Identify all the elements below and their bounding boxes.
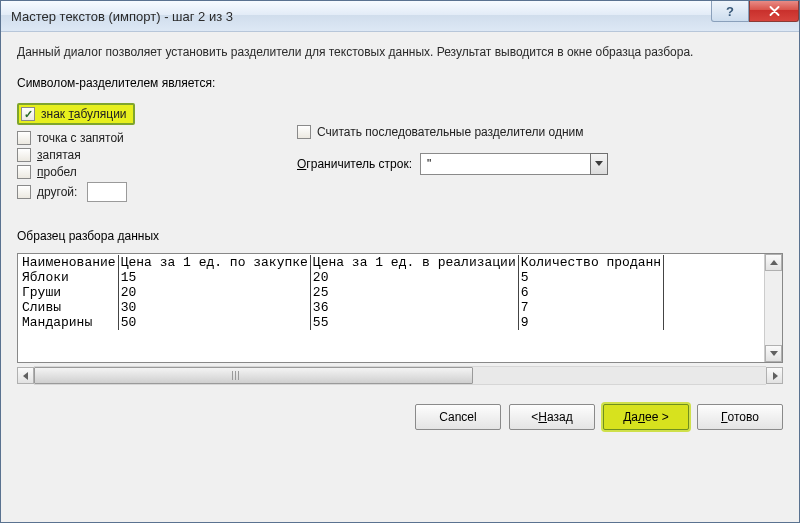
table-cell: 20 [310,270,518,285]
preview-table: Наименование Цена за 1 ед. по закупке Це… [20,255,664,330]
delimiter-options: ✓ знак табуляции ✓ точка с запятой ✓ зап… [17,100,267,205]
table-cell: Сливы [20,300,118,315]
table-cell: Яблоки [20,270,118,285]
chevron-right-icon [772,372,778,380]
table-cell: 15 [118,270,310,285]
scroll-down-button[interactable] [765,345,782,362]
combo-dropdown-button[interactable] [590,153,608,175]
table-cell: 30 [118,300,310,315]
description-text: Данный диалог позволяет установить разде… [17,44,783,60]
delimiter-other-input[interactable] [87,182,127,202]
preview-area: Наименование Цена за 1 ед. по закупке Це… [17,253,783,384]
delimiter-comma-label: запятая [37,148,81,162]
delimiter-comma-checkbox[interactable]: ✓ запятая [17,148,267,162]
table-cell: 25 [310,285,518,300]
client-area: Данный диалог позволяет установить разде… [1,32,799,522]
chevron-down-icon [595,161,603,167]
window-buttons: ? [711,1,799,31]
delimiter-semicolon-checkbox[interactable]: ✓ точка с запятой [17,131,267,145]
preview-section-label: Образец разбора данных [17,229,783,243]
dialog-window: Мастер текстов (импорт) - шаг 2 из 3 ? Д… [0,0,800,523]
table-cell: 5 [518,270,663,285]
checkbox-icon: ✓ [21,107,35,121]
treat-consecutive-label: Считать последовательные разделители одн… [317,125,584,139]
scroll-track[interactable] [34,366,766,385]
scroll-right-button[interactable] [766,367,783,384]
window-title: Мастер текстов (импорт) - шаг 2 из 3 [11,9,711,24]
checkbox-icon: ✓ [17,131,31,145]
help-icon: ? [726,4,734,19]
table-cell: 55 [310,315,518,330]
table-cell: 7 [518,300,663,315]
back-button[interactable]: < Назад [509,404,595,430]
table-row: Груши 20 25 6 [20,285,664,300]
table-header: Цена за 1 ед. по закупке [118,255,310,270]
table-row: Мандарины 50 55 9 [20,315,664,330]
options-row: ✓ знак табуляции ✓ точка с запятой ✓ зап… [17,100,783,205]
table-row: Сливы 30 36 7 [20,300,664,315]
delimiter-tab-checkbox[interactable]: ✓ знак табуляции [17,103,135,125]
next-button[interactable]: Далее > [603,404,689,430]
text-qualifier-row: Ограничитель строк: [297,153,783,175]
delimiter-semicolon-label: точка с запятой [37,131,124,145]
scroll-up-button[interactable] [765,254,782,271]
table-header: Цена за 1 ед. в реализации [310,255,518,270]
preview-content: Наименование Цена за 1 ед. по закупке Це… [20,255,783,330]
delimiter-space-label: пробел [37,165,77,179]
checkbox-icon: ✓ [297,125,311,139]
chevron-down-icon [770,351,778,357]
table-cell: 6 [518,285,663,300]
close-button[interactable] [749,1,799,22]
chevron-left-icon [23,372,29,380]
table-cell: 9 [518,315,663,330]
extra-options: ✓ Считать последовательные разделители о… [297,100,783,205]
preview-grid: Наименование Цена за 1 ед. по закупке Це… [17,253,783,363]
text-qualifier-combo[interactable] [420,153,608,175]
table-row: Яблоки 15 20 5 [20,270,664,285]
table-cell: 36 [310,300,518,315]
text-qualifier-label: Ограничитель строк: [297,157,412,171]
dialog-footer: Cancel < Назад Далее > Готово [17,404,783,430]
cancel-button[interactable]: Cancel [415,404,501,430]
scroll-left-button[interactable] [17,367,34,384]
table-cell: Груши [20,285,118,300]
treat-consecutive-checkbox[interactable]: ✓ Считать последовательные разделители о… [297,125,783,139]
finish-button[interactable]: Готово [697,404,783,430]
table-header: Наименование [20,255,118,270]
checkbox-icon: ✓ [17,165,31,179]
title-bar: Мастер текстов (импорт) - шаг 2 из 3 ? [1,1,799,32]
table-cell: Мандарины [20,315,118,330]
table-cell: 20 [118,285,310,300]
delimiter-space-checkbox[interactable]: ✓ пробел [17,165,267,179]
checkbox-icon: ✓ [17,148,31,162]
checkbox-icon: ✓ [17,185,31,199]
table-cell: 50 [118,315,310,330]
scroll-thumb[interactable] [34,367,473,384]
preview-vertical-scrollbar[interactable] [764,254,782,362]
table-header-row: Наименование Цена за 1 ед. по закупке Це… [20,255,664,270]
delimiter-tab-label: знак табуляции [41,107,127,121]
text-qualifier-input[interactable] [420,153,590,175]
help-button[interactable]: ? [711,1,749,22]
delimiters-group-label: Символом-разделителем является: [17,76,783,90]
delimiter-other-checkbox[interactable]: ✓ другой: [17,182,267,202]
table-header: Количество проданн [518,255,663,270]
preview-horizontal-scrollbar[interactable] [17,367,783,384]
chevron-up-icon [770,260,778,266]
delimiter-other-label: другой: [37,185,77,199]
close-icon [769,6,780,16]
